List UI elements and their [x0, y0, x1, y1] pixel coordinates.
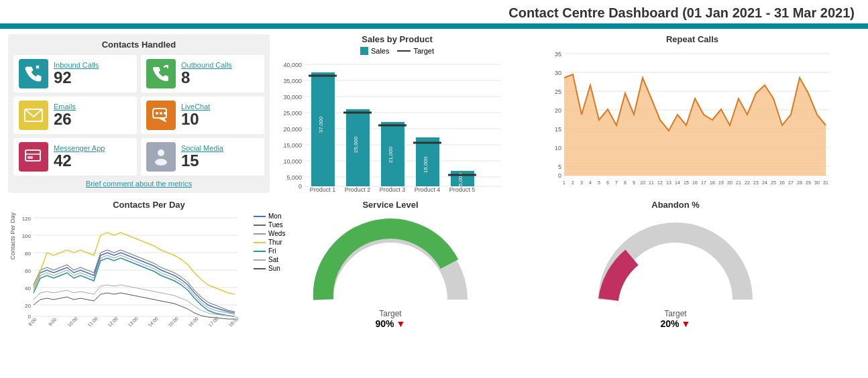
svg-text:25: 25	[555, 88, 561, 95]
abandon-percent-panel: Abandon % Target 20% ▼	[491, 200, 860, 329]
svg-point-4	[164, 112, 166, 115]
legend-weds: Weds	[254, 230, 285, 237]
svg-text:21: 21	[736, 180, 741, 185]
svg-text:25,000: 25,000	[283, 110, 302, 117]
svg-text:25,000: 25,000	[353, 136, 359, 153]
contacts-comment: Brief comment about the metrics	[13, 180, 264, 188]
svg-text:0: 0	[558, 172, 561, 179]
svg-text:40,000: 40,000	[283, 62, 302, 68]
social-media-value: 15	[181, 152, 223, 170]
svg-text:10,000: 10,000	[283, 158, 302, 165]
svg-text:11:00: 11:00	[87, 316, 99, 326]
svg-text:Product 1: Product 1	[310, 186, 336, 192]
svg-text:0: 0	[299, 183, 302, 190]
messenger-info: Messenger App 42	[54, 144, 105, 170]
svg-text:Product 2: Product 2	[345, 186, 371, 192]
page-title: Contact Centre Dashboard (01 Jan 2021 - …	[0, 0, 868, 23]
livechat-label: LiveChat	[181, 103, 210, 111]
svg-text:16,000: 16,000	[423, 156, 429, 173]
outbound-calls-label: Outbound Calls	[181, 61, 232, 69]
svg-text:15: 15	[684, 180, 689, 185]
sales-legend-item: Sales	[360, 47, 390, 55]
abandon-gauge-label: Target 20% ▼	[661, 309, 691, 329]
repeat-calls-title: Repeat Calls	[525, 34, 860, 44]
cpd-legend: Mon Tues Weds Thur	[251, 212, 285, 272]
inbound-calls-icon	[19, 59, 48, 88]
service-level-target-label: Target	[376, 309, 406, 318]
outbound-calls-icon	[146, 59, 176, 88]
outbound-calls-card: Outbound Calls 8	[141, 55, 264, 92]
emails-info: Emails 26	[54, 103, 76, 128]
repeat-calls-svg: 35 30 25 20 15 10 5 0	[525, 47, 860, 188]
svg-text:26: 26	[779, 180, 785, 185]
outbound-calls-value: 8	[181, 69, 232, 86]
legend-mon: Mon	[254, 212, 285, 220]
weds-color	[254, 233, 266, 235]
svg-text:30,000: 30,000	[283, 94, 302, 101]
svg-text:20: 20	[25, 303, 31, 309]
livechat-info: LiveChat 10	[181, 103, 210, 128]
svg-text:18: 18	[710, 180, 715, 185]
svg-rect-5	[25, 150, 40, 161]
svg-text:14:00: 14:00	[148, 316, 159, 326]
fri-color	[254, 251, 266, 252]
svg-text:13: 13	[666, 180, 671, 185]
svg-text:0: 0	[28, 314, 32, 320]
messenger-value: 42	[54, 152, 105, 170]
svg-text:11: 11	[649, 180, 654, 185]
emails-value: 26	[54, 111, 76, 128]
svg-rect-7	[28, 156, 33, 159]
contacts-grid: Inbound Calls 92 Outbound Calls 8	[13, 55, 264, 176]
sun-label: Sun	[268, 265, 280, 272]
svg-text:30: 30	[555, 70, 561, 76]
fri-label: Fri	[268, 247, 276, 255]
svg-text:40: 40	[25, 286, 31, 292]
mon-color	[254, 216, 266, 217]
svg-text:7: 7	[615, 180, 618, 185]
contacts-handled-panel: Contacts Handled Inbound Calls 92	[8, 34, 270, 193]
svg-text:5: 5	[558, 164, 561, 170]
service-level-title: Service Level	[362, 200, 418, 210]
svg-text:20: 20	[555, 107, 561, 114]
svg-text:25: 25	[771, 180, 776, 185]
svg-text:3: 3	[580, 180, 583, 185]
sun-color	[254, 268, 266, 269]
svg-text:13:00: 13:00	[127, 316, 139, 326]
teal-divider	[0, 23, 868, 29]
svg-text:10: 10	[555, 145, 561, 151]
contacts-handled-title: Contacts Handled	[13, 40, 264, 50]
legend-thur: Thur	[254, 239, 285, 246]
thur-label: Thur	[268, 239, 282, 246]
livechat-card: LiveChat 10	[141, 97, 264, 134]
svg-text:12:00: 12:00	[107, 316, 119, 326]
outbound-calls-info: Outbound Calls 8	[181, 61, 232, 86]
svg-text:6: 6	[606, 180, 609, 185]
tues-color	[254, 225, 266, 226]
svg-point-2	[156, 112, 158, 115]
svg-marker-59	[564, 74, 826, 176]
sales-color-box	[360, 47, 368, 55]
repeat-calls-panel: Repeat Calls 35 30 25 20 15 10 5 0	[525, 34, 860, 190]
abandon-title: Abandon %	[651, 200, 700, 210]
legend-fri: Fri	[254, 247, 285, 255]
livechat-value: 10	[181, 111, 210, 128]
svg-text:21,000: 21,000	[388, 146, 394, 163]
svg-text:10:00: 10:00	[67, 316, 78, 326]
svg-text:19: 19	[718, 180, 724, 185]
svg-text:20: 20	[727, 180, 733, 185]
abandon-arrow-icon: ▼	[682, 318, 691, 329]
svg-text:22: 22	[745, 180, 750, 185]
inbound-calls-info: Inbound Calls 92	[54, 61, 99, 86]
social-media-icon	[146, 142, 176, 172]
svg-text:17: 17	[701, 180, 706, 185]
sales-chart-title: Sales by Product	[276, 34, 518, 44]
social-media-card: Social Media 15	[141, 138, 264, 176]
svg-text:35,000: 35,000	[283, 78, 302, 84]
svg-text:80: 80	[25, 251, 31, 257]
inbound-calls-card: Inbound Calls 92	[13, 55, 137, 92]
svg-text:35: 35	[555, 51, 561, 58]
messenger-icon	[19, 142, 48, 172]
thur-color	[254, 242, 266, 243]
service-level-target-value: 90%	[376, 318, 394, 329]
emails-label: Emails	[54, 103, 76, 111]
